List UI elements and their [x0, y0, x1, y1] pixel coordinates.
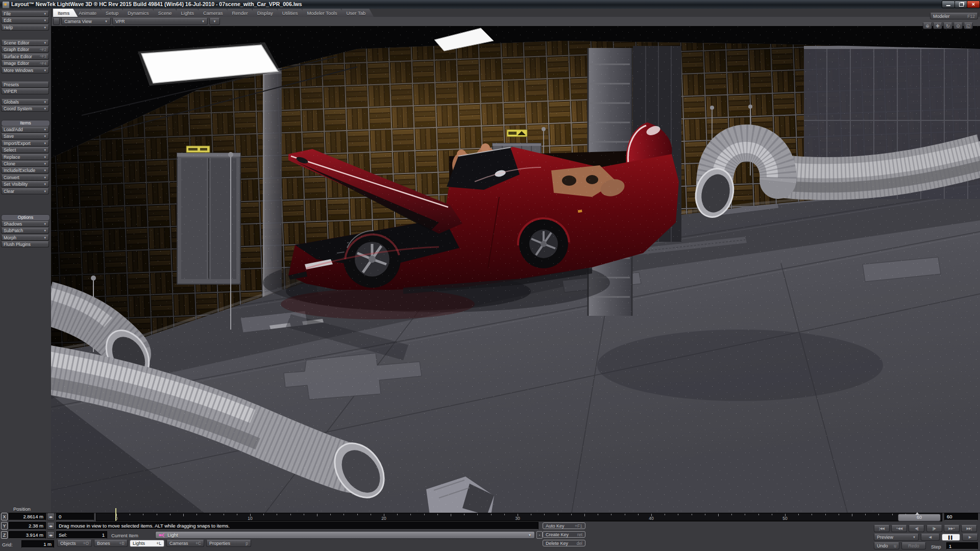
sidebar-item-include-exclude[interactable]: Include/Exclude▼: [1, 167, 49, 173]
axis-y-value[interactable]: 2.38 m: [9, 522, 46, 530]
sidebar-item-morph[interactable]: Morph▼: [1, 235, 49, 241]
item-tab-lights[interactable]: Lights+L: [130, 540, 164, 547]
tab-scene[interactable]: Scene: [154, 9, 180, 17]
restore-button[interactable]: [954, 1, 968, 8]
preview-dropdown[interactable]: Preview▼: [874, 534, 919, 541]
minimize-button[interactable]: [942, 1, 955, 8]
view-extra-dropdown[interactable]: ▼: [209, 18, 220, 25]
item-tab-properties[interactable]: Propertiesp: [206, 540, 251, 547]
sidebar-item-image-editor[interactable]: Image Editor^F4: [1, 60, 49, 66]
title-bar[interactable]: Layout™ NewTek LightWave 3D ® HC Rev 201…: [0, 0, 980, 9]
end-frame-field[interactable]: 60: [944, 513, 978, 520]
sidebar-item-globals[interactable]: Globals▼: [1, 99, 49, 105]
prev-key-button[interactable]: +◀◀: [891, 525, 907, 532]
axis-y-button[interactable]: Y: [1, 522, 8, 530]
render-mode-dropdown[interactable]: VPR ▼: [112, 18, 208, 25]
go-to-end-button[interactable]: ▶▶|: [961, 525, 977, 532]
sidebar-item-edit[interactable]: Edit▼: [1, 17, 49, 23]
sidebar-item-surface-editor[interactable]: Surface Editor^F3: [1, 54, 49, 60]
step-back-button[interactable]: ◀||: [909, 525, 924, 532]
sidebar-item-file[interactable]: File▼: [1, 11, 49, 17]
tab-render[interactable]: Render: [227, 9, 256, 17]
sidebar-item-label: VIPER: [4, 89, 17, 94]
axis-z-value[interactable]: 3.914 m: [9, 531, 46, 539]
tab-dynamics[interactable]: Dynamics: [123, 9, 157, 17]
lightwave-layout-window: Layout™ NewTek LightWave 3D ® HC Rev 201…: [0, 0, 980, 551]
go-to-start-button[interactable]: |◀◀: [874, 525, 890, 532]
axis-x-value[interactable]: 2.8614 m: [9, 513, 46, 520]
chevron-down-icon: ▼: [44, 135, 46, 138]
axis-x-button[interactable]: X: [1, 513, 8, 520]
play-button[interactable]: ▶: [962, 534, 978, 541]
close-button[interactable]: ×: [967, 1, 980, 8]
viewport[interactable]: [51, 26, 980, 513]
shortcut-label: u: [894, 543, 896, 548]
current-frame-marker[interactable]: [115, 508, 116, 521]
tab-display[interactable]: Display: [253, 9, 281, 17]
timeline-ruler[interactable]: 60 01020304050: [96, 513, 942, 521]
item-tab-objects[interactable]: Objects+O: [57, 540, 92, 547]
sidebar-item-viper[interactable]: VIPER: [1, 88, 49, 94]
sidebar-item-clone[interactable]: Clone▼: [1, 161, 49, 167]
sidebar-item-convert[interactable]: Convert▼: [1, 174, 49, 181]
item-tab-cameras[interactable]: Cameras+C: [166, 540, 204, 547]
sidebar-item-import-export[interactable]: Import/Export▼: [1, 140, 49, 146]
sidebar-item-save[interactable]: Save▼: [1, 133, 49, 139]
sidebar-item-graph-editor[interactable]: Graph Editor^F2: [1, 46, 49, 53]
sidebar-item-replace[interactable]: Replace▼: [1, 154, 49, 160]
current-frame-field[interactable]: 0: [56, 513, 94, 520]
item-tab-bones[interactable]: Bones+B: [94, 540, 128, 547]
sidebar-item-select[interactable]: Select▼: [1, 147, 49, 153]
timeline-tick: [692, 514, 692, 515]
timeline-tick-label: 40: [649, 516, 653, 521]
axis-z-spinner[interactable]: ◀▶: [47, 531, 55, 539]
viewport-option-button[interactable]: [53, 18, 60, 25]
step-forward-button[interactable]: ||▶: [926, 525, 942, 532]
tab-modeler-tools[interactable]: Modeler Tools: [302, 9, 345, 17]
tab-user-tab[interactable]: User Tab: [341, 9, 374, 17]
play-reverse-button[interactable]: ◀: [921, 534, 940, 541]
fit-tool-icon[interactable]: ◱: [964, 22, 973, 29]
axis-z-button[interactable]: Z: [1, 531, 8, 539]
grid-size-field[interactable]: 1 m: [21, 540, 54, 548]
current-item-mini-button[interactable]: ▫: [536, 531, 543, 539]
sidebar-item-load-add[interactable]: Load/Add▼: [1, 127, 49, 133]
sidebar-item-more-windows[interactable]: More Windows▼: [1, 67, 49, 73]
current-item-name: Light: [167, 532, 178, 538]
next-key-button[interactable]: ▶▶+: [944, 525, 960, 532]
tab-animate[interactable]: Animate: [74, 9, 105, 17]
redo-button[interactable]: Redo: [901, 542, 926, 549]
pause-button[interactable]: ▌▌: [942, 534, 960, 541]
move-tool-icon[interactable]: ⊕: [923, 22, 932, 29]
undo-button[interactable]: Undou: [874, 542, 899, 549]
delete-key-button[interactable]: Delete Keydel: [543, 540, 585, 546]
timeline-end-thumb[interactable]: 60: [898, 514, 941, 521]
rotate-tool-icon[interactable]: ↻: [943, 22, 952, 29]
timeline-tick: [424, 514, 425, 515]
create-key-button[interactable]: Create Keyret: [543, 531, 585, 538]
tab-cameras[interactable]: Cameras: [199, 9, 231, 17]
pan-tool-icon[interactable]: ✚: [933, 22, 942, 29]
auto-key-button[interactable]: Auto Key+F1: [543, 522, 585, 529]
step-field[interactable]: 1: [946, 542, 978, 549]
tab-items[interactable]: Items: [53, 9, 78, 17]
modeler-button[interactable]: Modeler F12: [930, 13, 978, 19]
tab-lights[interactable]: Lights: [177, 9, 202, 17]
chevron-down-icon: ▼: [44, 107, 46, 110]
sidebar-item-help[interactable]: Help▼: [1, 24, 49, 31]
tab-setup[interactable]: Setup: [101, 9, 127, 17]
axis-y-spinner[interactable]: ◀▶: [47, 522, 55, 530]
sidebar-item-flush-plugins[interactable]: Flush Plugins: [1, 241, 49, 247]
axis-x-spinner[interactable]: ◀▶: [47, 513, 55, 520]
sidebar-item-set-visibility[interactable]: Set Visibility▼: [1, 181, 49, 187]
zoom-tool-icon[interactable]: ⊙: [953, 22, 963, 29]
current-item-dropdown[interactable]: Light ▼: [155, 531, 535, 539]
sidebar-item-scene-editor[interactable]: Scene Editor▼: [1, 40, 49, 46]
tab-utilities[interactable]: Utilities: [278, 9, 306, 17]
sidebar-item-coord-system[interactable]: Coord System▼: [1, 106, 49, 112]
sidebar-item-clear[interactable]: Clear▼: [1, 188, 49, 194]
sidebar-item-shadows[interactable]: Shadows▼: [1, 221, 49, 227]
view-mode-dropdown[interactable]: Camera View ▼: [61, 18, 111, 25]
sidebar-item-presets[interactable]: Presets: [1, 82, 49, 88]
sidebar-item-subpatch[interactable]: SubPatch▼: [1, 228, 49, 234]
